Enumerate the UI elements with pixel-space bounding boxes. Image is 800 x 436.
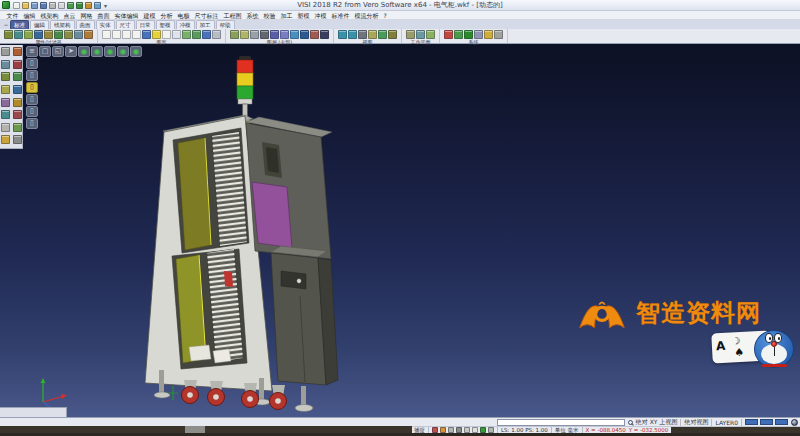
menu-item[interactable]: 曲面 bbox=[95, 11, 112, 20]
left-tool-icon[interactable] bbox=[1, 60, 10, 69]
left-tool-icon[interactable] bbox=[13, 47, 22, 56]
menu-item[interactable]: 建模 bbox=[141, 11, 158, 20]
toolbar-icon[interactable] bbox=[388, 30, 397, 39]
toolbar-icon[interactable] bbox=[270, 30, 279, 39]
ribbon-tab[interactable]: 编辑 bbox=[30, 20, 49, 29]
view-button[interactable]: ➤ bbox=[65, 46, 77, 57]
toolbar-icon[interactable] bbox=[132, 30, 141, 39]
toolbar-icon[interactable] bbox=[192, 30, 201, 39]
view-button[interactable]: ◉ bbox=[78, 46, 90, 57]
toolbar-icon[interactable] bbox=[290, 30, 299, 39]
toolbar-icon[interactable] bbox=[34, 30, 43, 39]
left-tool-icon[interactable] bbox=[13, 98, 22, 107]
left-tool-icon[interactable] bbox=[1, 135, 10, 144]
ribbon-tab[interactable]: 加工 bbox=[196, 20, 215, 29]
toolbar-icon[interactable] bbox=[152, 30, 161, 39]
view-button[interactable]: ▢ bbox=[39, 46, 51, 57]
menu-item[interactable]: 塑模 bbox=[295, 11, 312, 20]
left-tool-icon[interactable] bbox=[13, 135, 22, 144]
toolbar-icon[interactable] bbox=[142, 30, 151, 39]
menu-item[interactable]: 网格 bbox=[78, 11, 95, 20]
quick-access-icon[interactable] bbox=[31, 2, 38, 9]
view-button[interactable]: ◉ bbox=[104, 46, 116, 57]
left-tool-icon[interactable] bbox=[13, 60, 22, 69]
quick-access-icon[interactable] bbox=[85, 2, 92, 9]
toolbar-icon[interactable] bbox=[348, 30, 357, 39]
quick-access-icon[interactable] bbox=[67, 2, 74, 9]
ribbon-tab[interactable]: 曲面 bbox=[76, 20, 95, 29]
left-tool-icon[interactable] bbox=[13, 110, 22, 119]
menu-item[interactable]: 尺寸标注 bbox=[192, 11, 221, 20]
toolbar-icon[interactable] bbox=[172, 30, 181, 39]
toolbar-icon[interactable] bbox=[24, 30, 33, 39]
quick-access-icon[interactable] bbox=[76, 2, 83, 9]
view-button[interactable]: ◉ bbox=[117, 46, 129, 57]
menu-item[interactable]: 分析 bbox=[158, 11, 175, 20]
shade-mode-button[interactable]: ▯ bbox=[26, 118, 38, 129]
toolbar-icon[interactable] bbox=[74, 30, 83, 39]
toolbar-icon[interactable] bbox=[230, 30, 239, 39]
toolbar-icon[interactable] bbox=[44, 30, 53, 39]
toolbar-icon[interactable] bbox=[484, 30, 493, 39]
toolbar-icon[interactable] bbox=[112, 30, 121, 39]
menu-item[interactable]: 模流分析 bbox=[352, 11, 381, 20]
ribbon-tab[interactable]: 日常 bbox=[136, 20, 155, 29]
ribbon-tab[interactable]: 塑模 bbox=[156, 20, 175, 29]
toolbar-icon[interactable] bbox=[64, 30, 73, 39]
toolbar-icon[interactable] bbox=[300, 30, 309, 39]
left-tool-icon[interactable] bbox=[13, 72, 22, 81]
toolbar-icon[interactable] bbox=[4, 30, 13, 39]
ribbon-tab[interactable]: 尺寸 bbox=[116, 20, 135, 29]
toolbar-icon[interactable] bbox=[102, 30, 111, 39]
view-button[interactable]: ◉ bbox=[130, 46, 142, 57]
menu-item[interactable]: 工程图 bbox=[221, 11, 244, 20]
shade-mode-button[interactable]: ▯ bbox=[26, 106, 38, 117]
ribbon-tab[interactable]: 冲模 bbox=[176, 20, 195, 29]
left-tool-icon[interactable] bbox=[1, 123, 10, 132]
taskbar-item[interactable] bbox=[185, 426, 205, 433]
toolbar-icon[interactable] bbox=[320, 30, 329, 39]
view-button[interactable]: ◱ bbox=[52, 46, 64, 57]
toolbar-icon[interactable] bbox=[212, 30, 221, 39]
menu-item[interactable]: 文件 bbox=[4, 11, 21, 20]
toolbar-icon[interactable] bbox=[378, 30, 387, 39]
toolbar-icon[interactable] bbox=[338, 30, 347, 39]
ribbon-tab[interactable]: 实体 bbox=[96, 20, 115, 29]
quick-access-icon[interactable] bbox=[94, 2, 101, 9]
toolbar-icon[interactable] bbox=[444, 30, 453, 39]
menu-item[interactable]: 线架构 bbox=[38, 11, 61, 20]
menu-item[interactable]: 校验 bbox=[261, 11, 278, 20]
quick-access-icon[interactable] bbox=[58, 2, 65, 9]
toolbar-icon[interactable] bbox=[310, 30, 319, 39]
toolbar-icon[interactable] bbox=[162, 30, 171, 39]
toolbar-icon[interactable] bbox=[84, 30, 93, 39]
quick-access-icon[interactable] bbox=[22, 2, 29, 9]
toolbar-icon[interactable] bbox=[474, 30, 483, 39]
ribbon-collapse-button[interactable]: − bbox=[2, 21, 10, 29]
ribbon-tab[interactable]: 帮助 bbox=[216, 20, 235, 29]
toolbar-icon[interactable] bbox=[454, 30, 463, 39]
toolbar-icon[interactable] bbox=[368, 30, 377, 39]
status-sphere-icon[interactable] bbox=[791, 419, 798, 426]
menu-item[interactable]: 点云 bbox=[61, 11, 78, 20]
quick-access-icon[interactable] bbox=[49, 2, 56, 9]
toolbar-icon[interactable] bbox=[416, 30, 425, 39]
left-tool-icon[interactable] bbox=[1, 47, 10, 56]
toolbar-icon[interactable] bbox=[202, 30, 211, 39]
shade-mode-button[interactable]: ▯ bbox=[26, 70, 38, 81]
toolbar-icon[interactable] bbox=[54, 30, 63, 39]
toolbar-icon[interactable] bbox=[494, 30, 503, 39]
menu-item[interactable]: 加工 bbox=[278, 11, 295, 20]
shade-mode-button[interactable]: ▯ bbox=[26, 58, 38, 69]
menu-item[interactable]: 标准件 bbox=[329, 11, 352, 20]
toolbar-icon[interactable] bbox=[426, 30, 435, 39]
left-tool-icon[interactable] bbox=[1, 98, 10, 107]
search-icon[interactable] bbox=[628, 420, 633, 425]
toolbar-icon[interactable] bbox=[182, 30, 191, 39]
shade-mode-button[interactable]: ▯ bbox=[26, 82, 38, 93]
toolbar-icon[interactable] bbox=[14, 30, 23, 39]
active-layer-button[interactable]: LAYER0 bbox=[715, 419, 738, 426]
toolbar-icon[interactable] bbox=[406, 30, 415, 39]
toolbar-icon[interactable] bbox=[250, 30, 259, 39]
view-button[interactable]: ◉ bbox=[91, 46, 103, 57]
